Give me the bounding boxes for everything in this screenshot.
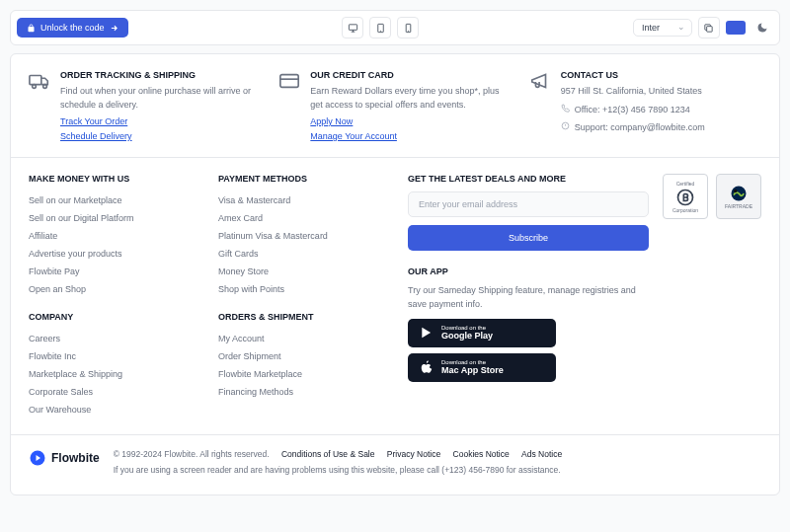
moon-icon: [756, 22, 768, 34]
card-desc: Earn Reward Dollars every time you shop*…: [310, 85, 511, 112]
arrow-right-icon: [110, 24, 118, 33]
play-icon: [420, 326, 434, 340]
footer-link[interactable]: Ads Notice: [521, 449, 562, 459]
mobile-button[interactable]: [397, 17, 419, 38]
col1-heading: MAKE MONEY WITH US: [29, 174, 206, 184]
card-heading: OUR CREDIT CARD: [310, 70, 511, 80]
rtl-toggle[interactable]: [726, 21, 746, 35]
schedule-delivery-link[interactable]: Schedule Delivery: [60, 131, 261, 141]
list-item[interactable]: Our Warehouse: [29, 401, 206, 418]
copy-button[interactable]: [698, 17, 720, 38]
col2-heading: PAYMENT METHODS: [218, 174, 396, 184]
list-item[interactable]: Sell on our Marketplace: [29, 191, 206, 209]
desktop-button[interactable]: [342, 17, 363, 38]
list-item[interactable]: Open an Shop: [29, 280, 206, 298]
apple-icon: [420, 360, 434, 374]
footer-link[interactable]: Conditions of Use & Sale: [281, 449, 375, 459]
col4-heading: ORDERS & SHIPMENT: [218, 312, 396, 322]
credit-card-col: OUR CREDIT CARD Earn Reward Dollars ever…: [278, 70, 511, 141]
device-buttons: [342, 17, 419, 38]
store-name: Mac App Store: [441, 365, 504, 376]
email-input[interactable]: [408, 191, 649, 217]
store-name: Google Play: [441, 331, 493, 342]
newsletter-heading: GET THE LATEST DEALS AND MORE: [408, 174, 649, 184]
a11y-notice: If you are using a screen reader and are…: [114, 465, 761, 475]
contact-support: Support: company@flowbite.com: [561, 121, 705, 135]
topbar: Unlock the code Inter: [10, 10, 780, 45]
info-row: ORDER TRACKING & SHIPPING Find out when …: [11, 54, 779, 158]
tracking-desc: Find out when your online purchase will …: [60, 85, 261, 112]
support-icon: [561, 121, 570, 130]
tablet-icon: [375, 23, 386, 34]
list-item[interactable]: Flowbite Marketplace: [218, 365, 396, 383]
card-icon: [278, 70, 300, 92]
app-desc: Try our Sameday Shipping feature, manage…: [408, 284, 649, 311]
cert-badges: Certified Corporation FAIRTRADE: [663, 174, 761, 418]
tablet-button[interactable]: [369, 17, 391, 38]
google-play-button[interactable]: Download on theGoogle Play: [408, 319, 556, 347]
list-item[interactable]: Corporate Sales: [29, 383, 206, 401]
dark-mode-button[interactable]: [751, 17, 773, 38]
copyright: © 1992-2024 Flowbite. All rights reserve…: [114, 449, 761, 459]
desktop-icon: [348, 23, 358, 34]
unlock-button[interactable]: Unlock the code: [17, 18, 128, 38]
list-item[interactable]: Platinum Visa & Mastercard: [218, 227, 396, 245]
list-item[interactable]: Gift Cards: [218, 245, 396, 263]
mobile-icon: [403, 23, 414, 34]
list-item[interactable]: Affiliate: [29, 227, 206, 245]
contact-heading: CONTACT US: [561, 70, 705, 80]
list-item[interactable]: Money Store: [218, 263, 396, 280]
contact-col: CONTACT US 957 Hill St. California, Unit…: [529, 70, 761, 141]
footer-link[interactable]: Privacy Notice: [387, 449, 440, 459]
list-item[interactable]: Flowbite Inc: [29, 347, 206, 365]
col-right: GET THE LATEST DEALS AND MORE Subscribe …: [408, 174, 761, 418]
app-heading: OUR APP: [408, 266, 649, 276]
list-item[interactable]: Amex Card: [218, 209, 396, 227]
svg-point-8: [43, 85, 47, 89]
footer-link[interactable]: Cookies Notice: [453, 449, 510, 459]
manage-account-link[interactable]: Manage Your Account: [310, 131, 511, 141]
bcorp-badge: Certified Corporation: [663, 174, 708, 219]
list-item[interactable]: Marketplace & Shipping: [29, 365, 206, 383]
track-order-link[interactable]: Track Your Order: [60, 116, 261, 126]
topbar-right: Inter: [633, 17, 773, 38]
svg-rect-9: [280, 75, 298, 88]
list-item[interactable]: Sell on our Digital Platform: [29, 209, 206, 227]
truck-icon: [29, 70, 50, 92]
order-tracking-col: ORDER TRACKING & SHIPPING Find out when …: [29, 70, 261, 141]
footer-columns: MAKE MONEY WITH US Sell on our Marketpla…: [11, 158, 779, 435]
logo-icon: [29, 449, 46, 467]
svg-point-7: [33, 85, 37, 89]
list-item[interactable]: My Account: [218, 330, 396, 347]
contact-address: 957 Hill St. California, United States: [561, 85, 705, 99]
megaphone-icon: [529, 70, 551, 92]
list-item[interactable]: Advertise your products: [29, 245, 206, 263]
col-mid: PAYMENT METHODS Visa & Mastercard Amex C…: [218, 174, 396, 418]
list-item[interactable]: Visa & Mastercard: [218, 191, 396, 209]
col-left: MAKE MONEY WITH US Sell on our Marketpla…: [29, 174, 206, 418]
phone-icon: [561, 104, 570, 113]
fairtrade-badge: FAIRTRADE: [716, 174, 761, 219]
list-item[interactable]: Financing Methods: [218, 383, 396, 401]
svg-rect-5: [707, 26, 713, 32]
contact-office: Office: +12(3) 456 7890 1234: [561, 104, 705, 117]
main-panel: ORDER TRACKING & SHIPPING Find out when …: [10, 53, 780, 495]
subscribe-button[interactable]: Subscribe: [408, 225, 649, 251]
col3-heading: COMPANY: [29, 312, 206, 322]
newsletter: GET THE LATEST DEALS AND MORE Subscribe …: [408, 174, 649, 418]
list-item[interactable]: Order Shipment: [218, 347, 396, 365]
apply-now-link[interactable]: Apply Now: [310, 116, 511, 126]
tracking-heading: ORDER TRACKING & SHIPPING: [60, 70, 261, 80]
unlock-label: Unlock the code: [40, 23, 105, 33]
svg-rect-0: [349, 24, 356, 30]
lock-icon: [27, 24, 36, 33]
font-select[interactable]: Inter: [633, 19, 692, 37]
list-item[interactable]: Flowbite Pay: [29, 263, 206, 280]
legal-footer: Flowbite © 1992-2024 Flowbite. All right…: [11, 435, 779, 494]
list-item[interactable]: Careers: [29, 330, 206, 347]
svg-rect-6: [30, 76, 41, 85]
brand-logo[interactable]: Flowbite: [29, 449, 100, 467]
list-item[interactable]: Shop with Points: [218, 280, 396, 298]
copy-icon: [703, 23, 714, 34]
app-store-button[interactable]: Download on theMac App Store: [408, 353, 556, 382]
